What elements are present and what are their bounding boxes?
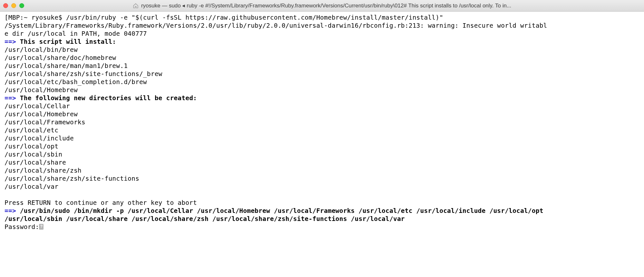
window-titlebar: ryosuke — sudo ◂ ruby -e #!/System/Libra… (0, 0, 644, 12)
section-arrow-icon: ==> (5, 38, 20, 45)
terminal-output[interactable]: [MBP:~ ryosuke$ /usr/bin/ruby -e "$(curl… (0, 12, 644, 233)
minimize-window-button[interactable] (11, 3, 16, 8)
traffic-lights (3, 3, 24, 8)
password-prompt-label: Password: (5, 223, 39, 231)
sudo-command: /usr/bin/sudo /bin/mkdir -p /usr/local/C… (5, 207, 547, 223)
window-title: ryosuke — sudo ◂ ruby -e #!/System/Libra… (141, 2, 511, 9)
key-icon (39, 224, 44, 230)
install-header: This script will install: (20, 38, 116, 45)
home-icon (133, 3, 139, 9)
section-arrow-icon: ==> (5, 207, 20, 215)
install-path-list: /usr/local/bin/brew /usr/local/share/doc… (5, 46, 162, 94)
maximize-window-button[interactable] (19, 3, 24, 8)
new-dirs-header: The following new directories will be cr… (20, 94, 197, 102)
warning-line: /System/Library/Frameworks/Ruby.framewor… (5, 22, 547, 37)
entered-command: /usr/bin/ruby -e "$(curl -fsSL https://r… (66, 14, 443, 21)
continue-prompt: Press RETURN to continue or any other ke… (5, 199, 197, 206)
shell-prompt: [MBP:~ ryosuke$ (5, 14, 66, 21)
close-window-button[interactable] (3, 3, 8, 8)
new-dirs-list: /usr/local/Cellar /usr/local/Homebrew /u… (5, 102, 139, 190)
section-arrow-icon: ==> (5, 94, 20, 102)
